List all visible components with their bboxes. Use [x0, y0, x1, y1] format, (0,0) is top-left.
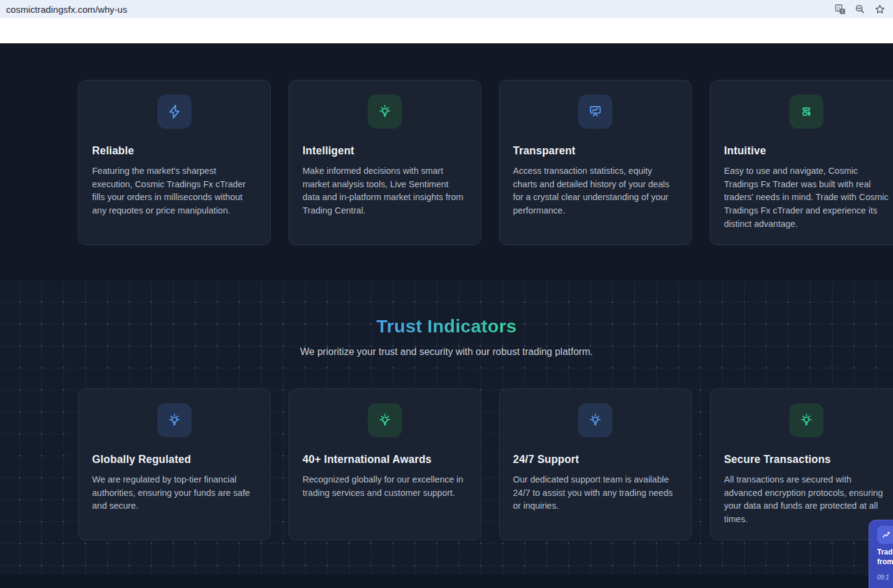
- card-text: Access transaction statistics, equity ch…: [513, 165, 678, 218]
- page-header-whitespace: [0, 18, 893, 43]
- browser-address-bar: cosmictradingsfx.com/why-us G 文: [0, 0, 893, 18]
- card-title: Intuitive: [724, 145, 889, 157]
- feature-card-intuitive: Intuitive Easy to use and navigate, Cosm…: [710, 80, 893, 245]
- trust-card-support: 24/7 Support Our dedicated support team …: [499, 389, 692, 540]
- line-chart-icon: [877, 526, 893, 544]
- card-text: Our dedicated support team is available …: [513, 473, 678, 513]
- translate-icon[interactable]: G 文: [834, 4, 846, 15]
- feature-card-intelligent: Intelligent Make informed decisions with…: [289, 80, 481, 245]
- zoom-out-icon[interactable]: [855, 4, 866, 15]
- notification-time: 09:1: [877, 574, 893, 581]
- lightbulb-icon: [368, 95, 402, 129]
- card-text: All transactions are secured with advanc…: [724, 473, 889, 526]
- card-title: 24/7 Support: [513, 453, 678, 466]
- page: cosmictradingsfx.com/why-us G 文: [0, 0, 893, 588]
- notification-text-line1: Trad: [877, 547, 893, 557]
- footer-strip: [0, 575, 893, 588]
- feature-card-reliable: Reliable Featuring the market's sharpest…: [78, 80, 271, 245]
- lightbulb-icon: [157, 403, 192, 437]
- notification-text-line2: from: [877, 557, 893, 567]
- trust-card-secure-transactions: Secure Transactions All transactions are…: [710, 389, 893, 540]
- trust-card-international-awards: 40+ International Awards Recognized glob…: [289, 389, 481, 540]
- url-text[interactable]: cosmictradingsfx.com/why-us: [6, 4, 127, 15]
- lightbulb-icon: [578, 403, 612, 437]
- card-title: Reliable: [92, 145, 257, 157]
- card-text: We are regulated by top-tier financial a…: [92, 473, 257, 513]
- trust-card-globally-regulated: Globally Regulated We are regulated by t…: [78, 389, 271, 540]
- card-title: 40+ International Awards: [303, 453, 467, 466]
- trade-notification-widget[interactable]: Trad from 09:1: [869, 520, 893, 588]
- card-text: Recognized globally for our excellence i…: [303, 473, 467, 500]
- trust-section-title: Trust Indicators: [376, 316, 517, 337]
- card-title: Transparent: [513, 145, 678, 157]
- lightbulb-icon: [789, 403, 823, 437]
- bookmark-star-icon[interactable]: [874, 4, 886, 15]
- card-title: Secure Transactions: [724, 453, 889, 466]
- trust-section-subtitle: We prioritize your trust and security wi…: [0, 346, 893, 357]
- layout-icon: [789, 95, 823, 129]
- bolt-icon: [157, 95, 192, 129]
- svg-text:文: 文: [841, 9, 845, 14]
- card-title: Intelligent: [303, 145, 467, 157]
- card-text: Make informed decisions with smart marke…: [303, 165, 467, 218]
- card-text: Featuring the market's sharpest executio…: [92, 165, 257, 218]
- lightbulb-icon: [368, 403, 402, 437]
- presentation-chart-icon: [578, 95, 612, 129]
- card-title: Globally Regulated: [92, 453, 257, 466]
- card-text: Easy to use and navigate, Cosmic Trading…: [724, 165, 889, 231]
- feature-card-transparent: Transparent Access transaction statistic…: [499, 80, 692, 245]
